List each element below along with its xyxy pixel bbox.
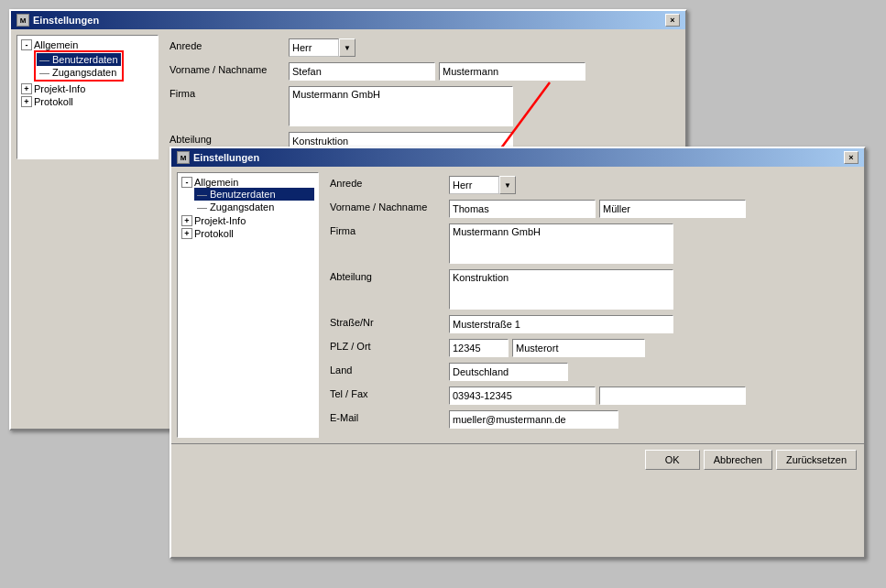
w2-tree-protokoll-label[interactable]: Protokoll <box>194 228 234 239</box>
titlebar-icon-window1: M <box>16 14 29 27</box>
zuruecksetzen-button[interactable]: Zurücksetzen <box>776 450 857 470</box>
w2-expand-allgemein[interactable]: - <box>181 177 192 188</box>
button-row-window2: OK Abbrechen Zurücksetzen <box>171 443 864 475</box>
w2-vorname-nachname-label: Vorname / Nachname <box>330 200 449 212</box>
abteilung-label: Abteilung <box>170 132 289 145</box>
w2-strasse-row: Straße/Nr <box>330 315 851 333</box>
w2-tree-projektinfo-row[interactable]: + Projekt-Info <box>181 215 314 226</box>
tree-projektinfo-row[interactable]: + Projekt-Info <box>21 83 154 94</box>
w2-anrede-combo[interactable]: ▼ <box>449 176 516 194</box>
firma-row: Firma <box>170 86 673 126</box>
w2-anrede-label: Anrede <box>330 176 449 189</box>
w2-vorname-input[interactable] <box>449 200 596 218</box>
tree-allgemein-label[interactable]: Allgemein <box>34 39 78 50</box>
tree-children-allgemein: — Benutzerdaten — Zugangsdaten <box>34 50 154 82</box>
titlebar-icon-window2: M <box>177 151 190 164</box>
w2-tree-protokoll-row[interactable]: + Protokoll <box>181 228 314 239</box>
w2-nachname-input[interactable] <box>599 200 746 218</box>
w2-land-label: Land <box>330 363 449 376</box>
titlebar-window1[interactable]: M Einstellungen × <box>11 11 685 29</box>
form-panel-window2: Anrede ▼ Vorname / Nachname Firma <box>323 172 859 438</box>
w2-fax-input[interactable] <box>599 387 746 405</box>
w2-anrede-dropdown-btn[interactable]: ▼ <box>499 176 516 194</box>
w2-plzort-fields <box>449 339 851 357</box>
anrede-row: Anrede ▼ <box>170 38 673 57</box>
close-button-window2[interactable]: × <box>844 151 859 164</box>
expand-allgemein[interactable]: - <box>21 39 32 50</box>
tree-panel-window2: - Allgemein — Benutzerdaten — Zugangsdat… <box>177 172 319 438</box>
title-window1: Einstellungen <box>33 15 99 26</box>
tree-allgemein-row[interactable]: - Allgemein <box>21 39 154 50</box>
w2-expand-projektinfo[interactable]: + <box>181 215 192 226</box>
tree-benutzerdaten-label[interactable]: Benutzerdaten <box>52 54 118 65</box>
w2-land-row: Land <box>330 363 851 381</box>
expand-protokoll[interactable]: + <box>21 96 32 107</box>
w2-tree-allgemein-row[interactable]: - Allgemein <box>181 177 314 188</box>
window1-content: - Allgemein — Benutzerdaten — Zugangsdat… <box>11 29 685 165</box>
vorname-nachname-row: Vorname / Nachname <box>170 62 673 81</box>
w2-plzort-label: PLZ / Ort <box>330 339 449 352</box>
firma-textarea[interactable] <box>289 86 513 126</box>
w2-tree-zugangsdaten-row[interactable]: — Zugangsdaten <box>194 201 314 213</box>
tree-zugangsdaten-row[interactable]: — Zugangsdaten <box>37 66 121 79</box>
w2-abteilung-label: Abteilung <box>330 269 449 282</box>
w2-tree-benutzerdaten-label[interactable]: Benutzerdaten <box>210 189 276 200</box>
w2-telfax-row: Tel / Fax <box>330 387 851 405</box>
w2-vorname-nachname-row: Vorname / Nachname <box>330 200 851 218</box>
tree-panel-window1: - Allgemein — Benutzerdaten — Zugangsdat… <box>16 35 159 159</box>
expand-projektinfo[interactable]: + <box>21 83 32 94</box>
window2: M Einstellungen × - Allgemein — Benutzer… <box>170 147 866 559</box>
w2-email-row: E-Mail <box>330 410 851 429</box>
nachname-input[interactable] <box>439 62 585 81</box>
w2-firma-row: Firma <box>330 223 851 264</box>
w2-firma-textarea[interactable] <box>449 223 673 264</box>
anrede-input[interactable] <box>289 38 339 57</box>
selected-outline: — Benutzerdaten — Zugangsdaten <box>34 50 124 82</box>
w2-vorname-nachname-fields <box>449 200 851 218</box>
w2-telfax-label: Tel / Fax <box>330 387 449 399</box>
w2-tree-projektinfo-label[interactable]: Projekt-Info <box>194 215 246 226</box>
w2-ort-input[interactable] <box>512 339 645 357</box>
w2-tree-children-allgemein: — Benutzerdaten — Zugangsdaten <box>194 188 314 213</box>
w2-anrede-input[interactable] <box>449 176 499 194</box>
w2-tel-input[interactable] <box>449 387 596 405</box>
w2-plzort-row: PLZ / Ort <box>330 339 851 357</box>
w2-telfax-fields <box>449 387 851 405</box>
w2-anrede-row: Anrede ▼ <box>330 176 851 194</box>
anrede-label: Anrede <box>170 38 289 51</box>
w2-tree-benutzerdaten-row[interactable]: — Benutzerdaten <box>194 188 314 201</box>
tree-zugangsdaten-label[interactable]: Zugangsdaten <box>52 67 116 78</box>
vorname-input[interactable] <box>289 62 435 81</box>
w2-tree-zugangsdaten-label[interactable]: Zugangsdaten <box>210 201 274 212</box>
firma-label: Firma <box>170 86 289 99</box>
w2-abteilung-row: Abteilung <box>330 269 851 310</box>
w2-strasse-label: Straße/Nr <box>330 315 449 328</box>
w2-plz-input[interactable] <box>449 339 509 357</box>
abbrechen-button[interactable]: Abbrechen <box>704 450 772 470</box>
vorname-nachname-label: Vorname / Nachname <box>170 62 289 75</box>
anrede-dropdown-btn[interactable]: ▼ <box>339 38 355 57</box>
w2-strasse-input[interactable] <box>449 315 673 333</box>
w2-expand-protokoll[interactable]: + <box>181 228 192 239</box>
window2-content: - Allgemein — Benutzerdaten — Zugangsdat… <box>171 167 864 443</box>
anrede-combo[interactable]: ▼ <box>289 38 355 57</box>
w2-email-input[interactable] <box>449 410 618 429</box>
w2-abteilung-textarea[interactable] <box>449 269 673 310</box>
w2-firma-label: Firma <box>330 223 449 236</box>
ok-button[interactable]: OK <box>645 450 700 470</box>
tree-benutzerdaten-row[interactable]: — Benutzerdaten <box>37 53 121 66</box>
w2-tree-allgemein-label[interactable]: Allgemein <box>194 177 238 188</box>
vorname-nachname-fields <box>289 62 673 81</box>
form-panel-window1: Anrede ▼ Vorname / Nachname Firma <box>162 35 680 159</box>
tree-projektinfo-label[interactable]: Projekt-Info <box>34 83 85 94</box>
w2-land-input[interactable] <box>449 363 568 381</box>
title-window2: Einstellungen <box>193 152 259 163</box>
tree-protokoll-label[interactable]: Protokoll <box>34 96 73 107</box>
tree-protokoll-row[interactable]: + Protokoll <box>21 96 154 107</box>
w2-email-label: E-Mail <box>330 410 449 423</box>
titlebar-window2[interactable]: M Einstellungen × <box>171 148 864 167</box>
close-button-window1[interactable]: × <box>665 14 680 27</box>
